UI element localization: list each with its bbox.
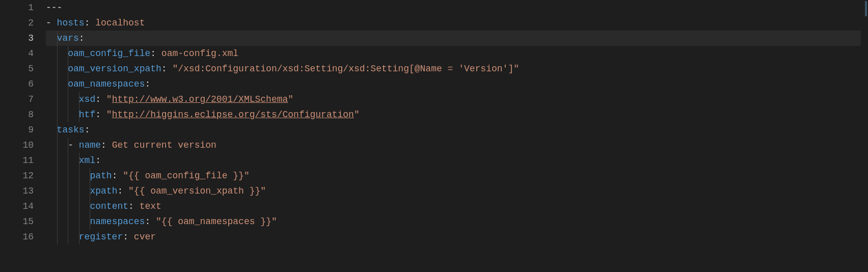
indent-guide <box>57 168 58 183</box>
indent-guide <box>57 214 58 229</box>
line-number: 6 <box>0 76 34 92</box>
line-number: 3 <box>0 31 34 46</box>
indent-guide <box>68 183 68 199</box>
code-line[interactable]: xml: <box>46 153 868 168</box>
code-line[interactable]: - name: Get current version <box>46 138 868 153</box>
indent-guide <box>90 199 90 214</box>
code-line[interactable]: - hosts: localhost <box>46 15 868 31</box>
line-number: 12 <box>0 168 34 183</box>
code-text: namespaces: "{{ oam_namespaces }}" <box>46 216 277 227</box>
line-number: 13 <box>0 183 34 199</box>
line-number: 2 <box>0 15 34 31</box>
indent-guide <box>57 183 58 199</box>
url-link[interactable]: http://www.w3.org/2001/XMLSchema <box>112 94 288 104</box>
code-line[interactable]: xpath: "{{ oam_version_xpath }}" <box>46 183 868 199</box>
code-text: oam_version_xpath: "/xsd:Configuration/x… <box>46 64 519 74</box>
indent-guide <box>79 92 79 107</box>
indent-guide <box>79 153 79 168</box>
code-text: tasks: <box>46 125 90 135</box>
minimap-highlight <box>865 1 867 16</box>
indent-guide <box>90 214 90 229</box>
code-text: - hosts: localhost <box>46 18 145 28</box>
line-number: 8 <box>0 107 34 122</box>
code-line[interactable]: vars: <box>46 31 868 46</box>
code-line[interactable]: namespaces: "{{ oam_namespaces }}" <box>46 214 868 229</box>
indent-guide <box>57 122 58 138</box>
indent-guide <box>57 31 58 46</box>
code-editor[interactable]: 12345678910111213141516 ---- hosts: loca… <box>0 0 868 272</box>
line-number: 1 <box>0 0 34 15</box>
indent-guide <box>79 168 79 183</box>
indent-guide <box>68 199 68 214</box>
code-line[interactable]: oam_namespaces: <box>46 76 868 92</box>
indent-guide <box>68 92 68 107</box>
indent-guide <box>68 153 68 168</box>
code-line[interactable]: tasks: <box>46 122 868 138</box>
indent-guide <box>68 107 68 122</box>
indent-guide <box>68 168 68 183</box>
line-number: 4 <box>0 46 34 61</box>
code-line[interactable]: htf: "http://higgins.eclipse.org/sts/Con… <box>46 107 868 122</box>
code-line[interactable]: oam_version_xpath: "/xsd:Configuration/x… <box>46 61 868 76</box>
code-text: oam_config_file: oam-config.xml <box>46 48 238 59</box>
indent-guide <box>68 138 68 153</box>
indent-guide <box>79 183 79 199</box>
minimap[interactable] <box>861 0 868 272</box>
indent-guide <box>79 107 79 122</box>
indent-guide <box>68 46 68 61</box>
line-number: 14 <box>0 199 34 214</box>
indent-guide <box>90 168 90 183</box>
code-text: register: cver <box>46 232 156 242</box>
code-text: xsd: "http://www.w3.org/2001/XMLSchema" <box>46 94 293 104</box>
code-text: - name: Get current version <box>46 140 216 150</box>
indent-guide <box>57 107 58 122</box>
indent-guide <box>79 229 79 244</box>
code-text: --- <box>46 3 62 13</box>
indent-guide <box>57 92 58 107</box>
line-number: 11 <box>0 153 34 168</box>
indent-guide <box>68 214 68 229</box>
code-text: content: text <box>46 201 161 211</box>
code-line[interactable]: content: text <box>46 199 868 214</box>
line-number: 10 <box>0 138 34 153</box>
code-line[interactable]: oam_config_file: oam-config.xml <box>46 46 868 61</box>
code-text: path: "{{ oam_config_file }}" <box>46 171 250 181</box>
code-text: htf: "http://higgins.eclipse.org/sts/Con… <box>46 110 360 120</box>
indent-guide <box>57 153 58 168</box>
indent-guide <box>68 76 68 92</box>
code-text: xml: <box>46 155 101 166</box>
line-number: 5 <box>0 61 34 76</box>
line-number-gutter: 12345678910111213141516 <box>0 0 46 272</box>
code-line[interactable]: path: "{{ oam_config_file }}" <box>46 168 868 183</box>
indent-guide <box>57 229 58 244</box>
code-area[interactable]: ---- hosts: localhost vars: oam_config_f… <box>46 0 868 272</box>
code-line[interactable]: register: cver <box>46 229 868 244</box>
line-number: 7 <box>0 92 34 107</box>
indent-guide <box>57 46 58 61</box>
url-link[interactable]: http://higgins.eclipse.org/sts/Configura… <box>112 110 354 120</box>
indent-guide <box>68 229 68 244</box>
line-number: 15 <box>0 214 34 229</box>
code-line[interactable]: xsd: "http://www.w3.org/2001/XMLSchema" <box>46 92 868 107</box>
code-text: vars: <box>46 33 85 43</box>
line-number: 9 <box>0 122 34 138</box>
code-line[interactable]: --- <box>46 0 868 15</box>
indent-guide <box>90 183 90 199</box>
line-number: 16 <box>0 229 34 244</box>
indent-guide <box>79 214 79 229</box>
indent-guide <box>57 138 58 153</box>
indent-guide <box>57 76 58 92</box>
indent-guide <box>57 61 58 76</box>
indent-guide <box>57 199 58 214</box>
indent-guide <box>68 61 68 76</box>
code-text: oam_namespaces: <box>46 79 150 89</box>
indent-guide <box>79 199 79 214</box>
